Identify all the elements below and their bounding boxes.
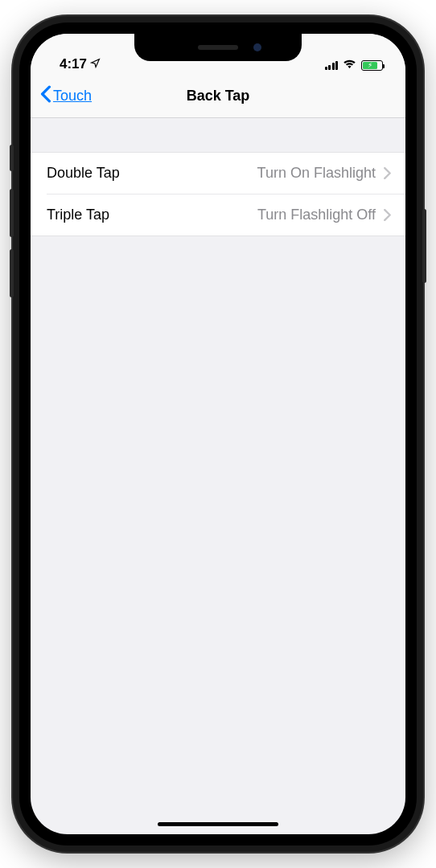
row-label: Triple Tap [47, 207, 109, 223]
triple-tap-row[interactable]: Triple Tap Turn Flashlight Off [47, 194, 405, 235]
phone-body: 4:17 ⚡︎ [19, 23, 417, 845]
row-value: Turn Flashlight Off [257, 207, 376, 223]
charging-icon: ⚡︎ [368, 62, 372, 69]
battery-icon: ⚡︎ [361, 60, 383, 71]
silence-switch [10, 145, 14, 171]
chevron-left-icon [40, 85, 51, 107]
settings-list: Double Tap Turn On Flashlight Triple Tap… [31, 152, 405, 236]
wifi-icon [343, 58, 356, 72]
back-button[interactable]: Touch [40, 85, 92, 107]
status-right: ⚡︎ [325, 58, 384, 72]
row-value-wrap: Turn On Flashlight [257, 165, 391, 182]
cellular-icon [325, 60, 339, 70]
screen: 4:17 ⚡︎ [31, 34, 405, 834]
row-value-wrap: Turn Flashlight Off [257, 207, 391, 223]
chevron-right-icon [384, 167, 391, 179]
volume-down-button [10, 249, 14, 297]
row-value: Turn On Flashlight [257, 165, 376, 182]
chevron-right-icon [384, 209, 391, 221]
power-button [422, 209, 426, 283]
row-label: Double Tap [47, 165, 120, 182]
status-left: 4:17 [60, 56, 101, 72]
status-time: 4:17 [60, 56, 87, 72]
home-indicator[interactable] [158, 822, 278, 826]
location-icon [90, 56, 101, 72]
volume-up-button [10, 189, 14, 237]
back-label: Touch [53, 88, 92, 104]
double-tap-row[interactable]: Double Tap Turn On Flashlight [31, 153, 405, 194]
notch-speaker [198, 45, 238, 50]
notch [134, 34, 302, 61]
phone-frame: 4:17 ⚡︎ [13, 16, 423, 852]
page-title: Back Tap [187, 88, 250, 104]
group-spacer [31, 118, 405, 152]
notch-camera [253, 43, 261, 51]
nav-bar: Touch Back Tap [31, 74, 405, 118]
